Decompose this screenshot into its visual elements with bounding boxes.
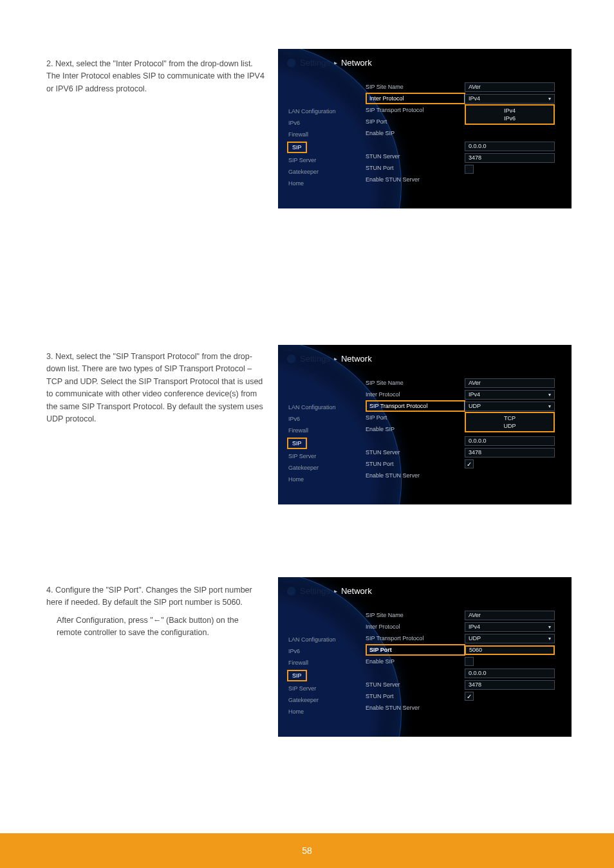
label-enable-stun: Enable STUN Server [366,174,465,185]
sidebar-item-lan[interactable]: LAN Configuration [287,402,371,413]
inter-protocol-dropdown[interactable]: IPv4 IPv6 [465,104,555,125]
enable-stun-checkbox[interactable]: ✓ [465,692,474,701]
crumb-network: Network [341,58,372,68]
sidebar: LAN Configuration IPv6 Firewall SIP SIP … [287,402,371,485]
form-labels: SIP Site Name Inter Protocol SIP Transpo… [366,81,465,185]
inter-protocol-value: IPv4 [469,623,480,630]
sidebar-item-gatekeeper[interactable]: Gatekeeper [287,166,371,178]
doc-step-3-body: Next, select the "SIP Transport Protocol… [46,352,263,423]
sidebar-item-firewall[interactable]: Firewall [287,129,371,140]
enable-stun-checkbox[interactable] [465,165,474,174]
inter-protocol-select[interactable]: IPv4▾ [465,622,555,632]
sidebar-item-ipv6[interactable]: IPv6 [287,117,371,129]
sip-transport-select[interactable]: UDP▾ [465,402,555,411]
crumb-network: Network [341,586,372,596]
inter-protocol-value: IPv4 [469,391,480,398]
form-fields: AVer IPv4▾ IPv4 IPv6 0.0.0.0 3478 [465,81,561,175]
sidebar-item-sip[interactable]: SIP [287,670,307,681]
crumb-network: Network [341,354,372,364]
doc-step-4b: After Configuration, press "←" (Back but… [57,614,265,640]
chevron-down-icon: ▾ [548,403,551,409]
sidebar-item-ipv6[interactable]: IPv6 [287,645,371,657]
label-sip-port: SIP Port [366,412,465,423]
sidebar-item-sip[interactable]: SIP [287,142,307,153]
label-enable-sip: Enable SIP [366,127,465,139]
sidebar-item-lan[interactable]: LAN Configuration [287,106,371,117]
label-sip-site-name: SIP Site Name [366,81,465,93]
sip-site-name-input[interactable]: AVer [465,611,555,620]
form-labels: SIP Site Name Inter Protocol SIP Transpo… [366,609,465,714]
label-inter-protocol: Inter Protocol [366,389,465,400]
stun-server-input[interactable]: 0.0.0.0 [465,669,555,678]
sidebar-item-firewall[interactable]: Firewall [287,657,371,669]
label-sip-port: SIP Port [366,644,465,656]
sip-transport-dropdown[interactable]: TCP UDP [465,412,555,432]
doc-step-4-body: Configure the "SIP Port". Changes the SI… [46,586,252,607]
sip-port-input[interactable]: 5060 [465,645,555,655]
sidebar-item-gatekeeper[interactable]: Gatekeeper [287,462,371,474]
stun-port-input[interactable]: 3478 [465,153,555,163]
label-sip-transport: SIP Transport Protocol [366,104,465,116]
label-enable-sip: Enable SIP [366,656,465,667]
label-stun-port: STUN Port [366,690,465,702]
label-sip-transport: SIP Transport Protocol [366,633,465,644]
label-sip-site-name: SIP Site Name [366,609,465,621]
sip-transport-value: UDP [469,403,481,409]
label-sip-port: SIP Port [366,116,465,127]
stun-port-input[interactable]: 3478 [465,680,555,690]
sidebar-item-lan[interactable]: LAN Configuration [287,634,371,645]
enable-stun-checkbox[interactable]: ✓ [465,459,474,468]
sidebar: LAN Configuration IPv6 Firewall SIP SIP … [287,634,371,717]
sidebar-item-sip-server[interactable]: SIP Server [287,683,371,694]
sidebar-item-sip-server[interactable]: SIP Server [287,450,371,462]
chevron-down-icon: ▾ [548,392,551,398]
label-enable-stun: Enable STUN Server [366,470,465,481]
doc-step-2-text: 2. Next, select the "Inter Protocol" fro… [46,58,265,95]
sidebar-item-sip[interactable]: SIP [287,438,307,449]
sidebar-item-ipv6[interactable]: IPv6 [287,413,371,425]
stun-port-input[interactable]: 3478 [465,448,555,457]
label-inter-protocol: Inter Protocol [366,621,465,633]
screenshot-inter-protocol: AVer Settings ▸ Network LAN Configuratio… [278,49,572,208]
label-stun-server: STUN Server [366,151,465,162]
footer: 58 [0,833,614,868]
sidebar-item-firewall[interactable]: Firewall [287,425,371,436]
chevron-down-icon: ▾ [548,96,551,102]
screenshot-sip-port: AVer Settings ▸ Network LAN Configuratio… [278,577,572,737]
chevron-down-icon: ▾ [548,624,551,630]
form-labels: SIP Site Name Inter Protocol SIP Transpo… [366,377,465,481]
doc-step-4-text: 4. Configure the "SIP Port". Changes the… [46,584,265,640]
sidebar: LAN Configuration IPv6 Firewall SIP SIP … [287,106,371,189]
page-number: 58 [302,845,312,856]
inter-opt-ipv6[interactable]: IPv6 [466,115,554,122]
sidebar-item-home[interactable]: Home [287,474,371,485]
screenshot-sip-transport: AVer Settings ▸ Network LAN Configuratio… [278,345,572,504]
transport-opt-tcp[interactable]: TCP [466,414,554,422]
transport-opt-udp[interactable]: UDP [466,422,554,430]
sidebar-item-home[interactable]: Home [287,178,371,189]
sidebar-item-gatekeeper[interactable]: Gatekeeper [287,694,371,706]
stun-server-input[interactable]: 0.0.0.0 [465,142,555,151]
inter-protocol-select[interactable]: IPv4▾ [465,390,555,400]
stun-server-input[interactable]: 0.0.0.0 [465,436,555,446]
label-inter-protocol: Inter Protocol [366,93,465,104]
inter-protocol-select[interactable]: IPv4▾ [465,94,555,104]
inter-protocol-value: IPv4 [469,95,480,102]
form-fields: AVer IPv4▾ UDP▾ TCP UDP 0.0.0.0 3478 ✓ [465,377,561,470]
label-stun-port: STUN Port [366,162,465,174]
sip-site-name-input[interactable]: AVer [465,378,555,388]
label-enable-stun: Enable STUN Server [366,702,465,714]
inter-opt-ipv4[interactable]: IPv4 [466,107,554,115]
sidebar-item-sip-server[interactable]: SIP Server [287,154,371,166]
sip-transport-select[interactable]: UDP▾ [465,634,555,643]
label-enable-sip: Enable SIP [366,423,465,435]
chevron-down-icon: ▾ [548,636,551,642]
enable-sip-checkbox[interactable] [465,657,474,666]
form-fields: AVer IPv4▾ UDP▾ 5060 0.0.0.0 3478 ✓ [465,609,561,702]
sip-site-name-input[interactable]: AVer [465,82,555,92]
sidebar-item-home[interactable]: Home [287,706,371,717]
label-stun-server: STUN Server [366,447,465,458]
doc-step-3-text: 3. Next, select the "SIP Transport Proto… [46,351,265,425]
sip-transport-value: UDP [469,635,481,642]
label-sip-transport: SIP Transport Protocol [366,400,465,412]
